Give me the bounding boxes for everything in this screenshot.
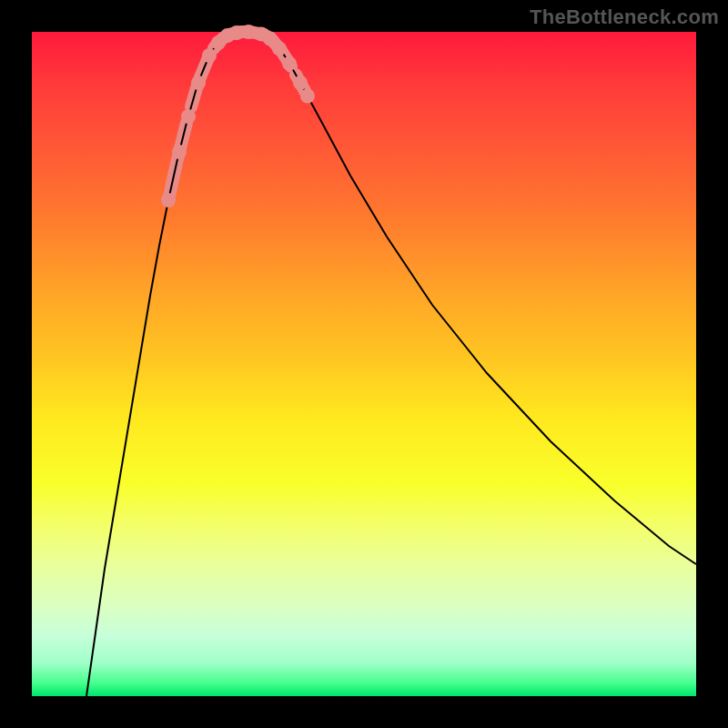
data-point-dot xyxy=(241,25,256,39)
chart-plot-area xyxy=(32,32,696,696)
chart-frame: TheBottleneck.com xyxy=(0,0,728,728)
data-point-dot xyxy=(181,109,196,124)
data-point-dot xyxy=(293,76,308,90)
chart-svg xyxy=(32,32,696,696)
data-point-dot xyxy=(191,76,206,90)
data-point-dot xyxy=(272,41,287,56)
data-point-dot xyxy=(172,145,187,159)
data-point-dot xyxy=(202,48,217,63)
data-point-dot xyxy=(300,89,315,104)
data-point-dot xyxy=(282,56,297,71)
watermark-label: TheBottleneck.com xyxy=(530,5,719,29)
data-point-dot xyxy=(161,193,176,207)
